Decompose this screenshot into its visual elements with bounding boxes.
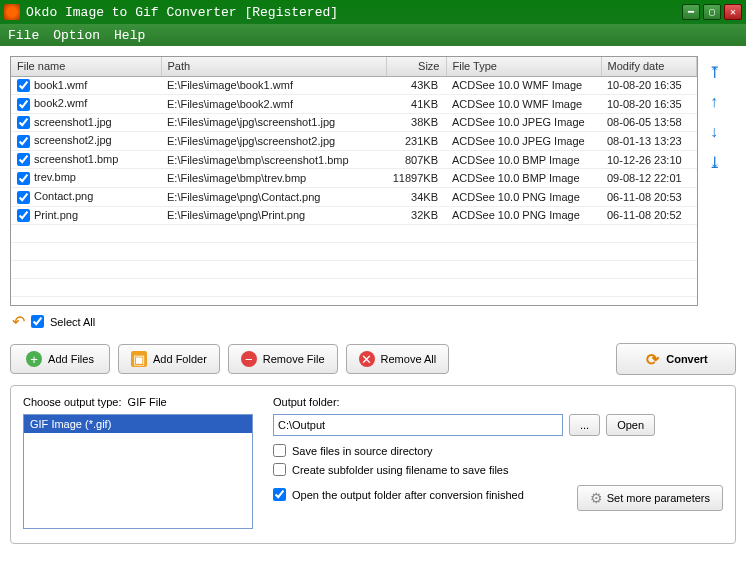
- create-subfolder-checkbox[interactable]: [273, 463, 286, 476]
- col-date[interactable]: Modify date: [601, 57, 697, 76]
- row-checkbox[interactable]: [17, 98, 30, 111]
- row-size: 34KB: [386, 188, 446, 207]
- gear-icon: ⚙: [590, 490, 603, 506]
- row-type: ACDSee 10.0 WMF Image: [446, 95, 601, 114]
- row-path: E:\Files\image\bmp\screenshot1.bmp: [161, 150, 386, 169]
- select-all-checkbox[interactable]: [31, 315, 44, 328]
- row-path: E:\Files\image\jpg\screenshot2.jpg: [161, 132, 386, 151]
- window-title: Okdo Image to Gif Converter [Registered]: [26, 5, 682, 20]
- convert-label: Convert: [666, 353, 708, 365]
- row-checkbox[interactable]: [17, 135, 30, 148]
- create-subfolder-label: Create subfolder using filename to save …: [292, 464, 508, 476]
- row-checkbox[interactable]: [17, 79, 30, 92]
- remove-file-button[interactable]: − Remove File: [228, 344, 338, 374]
- row-size: 32KB: [386, 206, 446, 225]
- table-row[interactable]: screenshot1.bmpE:\Files\image\bmp\screen…: [11, 150, 697, 169]
- row-date: 08-01-13 13:23: [601, 132, 697, 151]
- table-row: [11, 261, 697, 279]
- menu-option[interactable]: Option: [53, 28, 100, 43]
- select-all-label: Select All: [50, 316, 95, 328]
- col-path[interactable]: Path: [161, 57, 386, 76]
- output-type-option[interactable]: GIF Image (*.gif): [24, 415, 252, 433]
- move-top-button[interactable]: ⤒: [704, 62, 724, 82]
- row-path: E:\Files\image\png\Print.png: [161, 206, 386, 225]
- set-more-label: Set more parameters: [607, 492, 710, 504]
- row-type: ACDSee 10.0 JPEG Image: [446, 132, 601, 151]
- add-files-button[interactable]: + Add Files: [10, 344, 110, 374]
- row-type: ACDSee 10.0 BMP Image: [446, 169, 601, 188]
- add-folder-button[interactable]: ▣ Add Folder: [118, 344, 220, 374]
- menu-help[interactable]: Help: [114, 28, 145, 43]
- open-folder-button[interactable]: Open: [606, 414, 655, 436]
- file-table[interactable]: File name Path Size File Type Modify dat…: [10, 56, 698, 306]
- table-row[interactable]: screenshot2.jpgE:\Files\image\jpg\screen…: [11, 132, 697, 151]
- table-header-row: File name Path Size File Type Modify dat…: [11, 57, 697, 76]
- row-date: 08-06-05 13:58: [601, 113, 697, 132]
- output-type-current: GIF File: [128, 396, 167, 408]
- row-checkbox[interactable]: [17, 153, 30, 166]
- row-path: E:\Files\image\jpg\screenshot1.jpg: [161, 113, 386, 132]
- row-path: E:\Files\image\png\Contact.png: [161, 188, 386, 207]
- table-row[interactable]: book1.wmfE:\Files\image\book1.wmf43KBACD…: [11, 76, 697, 95]
- row-size: 11897KB: [386, 169, 446, 188]
- row-path: E:\Files\image\bmp\trev.bmp: [161, 169, 386, 188]
- row-date: 10-08-20 16:35: [601, 76, 697, 95]
- table-row: [11, 279, 697, 297]
- close-button[interactable]: ✕: [724, 4, 742, 20]
- app-icon: [4, 4, 20, 20]
- col-name[interactable]: File name: [11, 57, 161, 76]
- row-size: 41KB: [386, 95, 446, 114]
- row-date: 09-08-12 22:01: [601, 169, 697, 188]
- table-row: [11, 225, 697, 243]
- row-type: ACDSee 10.0 BMP Image: [446, 150, 601, 169]
- move-bottom-button[interactable]: ⤓: [704, 152, 724, 172]
- x-icon: ✕: [359, 351, 375, 367]
- open-after-checkbox[interactable]: [273, 488, 286, 501]
- row-date: 10-08-20 16:35: [601, 95, 697, 114]
- row-checkbox[interactable]: [17, 191, 30, 204]
- row-checkbox[interactable]: [17, 172, 30, 185]
- output-folder-input[interactable]: [273, 414, 563, 436]
- move-down-button[interactable]: ↓: [704, 122, 724, 142]
- output-type-label: Choose output type:: [23, 396, 121, 408]
- menu-bar: File Option Help: [0, 24, 746, 46]
- output-folder-label: Output folder:: [273, 396, 340, 408]
- row-size: 231KB: [386, 132, 446, 151]
- output-type-list[interactable]: GIF Image (*.gif): [23, 414, 253, 529]
- save-in-source-checkbox[interactable]: [273, 444, 286, 457]
- folder-icon: ▣: [131, 351, 147, 367]
- table-row[interactable]: Contact.pngE:\Files\image\png\Contact.pn…: [11, 188, 697, 207]
- maximize-button[interactable]: ▢: [703, 4, 721, 20]
- row-size: 43KB: [386, 76, 446, 95]
- open-after-label: Open the output folder after conversion …: [292, 489, 524, 501]
- row-type: ACDSee 10.0 WMF Image: [446, 76, 601, 95]
- row-checkbox[interactable]: [17, 116, 30, 129]
- add-folder-label: Add Folder: [153, 353, 207, 365]
- table-row[interactable]: Print.pngE:\Files\image\png\Print.png32K…: [11, 206, 697, 225]
- row-type: ACDSee 10.0 PNG Image: [446, 206, 601, 225]
- options-panel: Choose output type: GIF File GIF Image (…: [10, 385, 736, 544]
- add-files-label: Add Files: [48, 353, 94, 365]
- plus-icon: +: [26, 351, 42, 367]
- set-more-parameters-button[interactable]: ⚙ Set more parameters: [577, 485, 723, 511]
- browse-button[interactable]: ...: [569, 414, 600, 436]
- row-date: 06-11-08 20:53: [601, 188, 697, 207]
- convert-button[interactable]: ⟳ Convert: [616, 343, 736, 375]
- up-folder-icon[interactable]: ↶: [12, 312, 25, 331]
- remove-all-label: Remove All: [381, 353, 437, 365]
- row-type: ACDSee 10.0 JPEG Image: [446, 113, 601, 132]
- save-in-source-label: Save files in source directory: [292, 445, 433, 457]
- table-row: [11, 243, 697, 261]
- col-type[interactable]: File Type: [446, 57, 601, 76]
- row-checkbox[interactable]: [17, 209, 30, 222]
- remove-all-button[interactable]: ✕ Remove All: [346, 344, 450, 374]
- menu-file[interactable]: File: [8, 28, 39, 43]
- row-type: ACDSee 10.0 PNG Image: [446, 188, 601, 207]
- col-size[interactable]: Size: [386, 57, 446, 76]
- move-up-button[interactable]: ↑: [704, 92, 724, 112]
- table-row[interactable]: book2.wmfE:\Files\image\book2.wmf41KBACD…: [11, 95, 697, 114]
- table-row[interactable]: screenshot1.jpgE:\Files\image\jpg\screen…: [11, 113, 697, 132]
- table-row[interactable]: trev.bmpE:\Files\image\bmp\trev.bmp11897…: [11, 169, 697, 188]
- minimize-button[interactable]: ━: [682, 4, 700, 20]
- minus-icon: −: [241, 351, 257, 367]
